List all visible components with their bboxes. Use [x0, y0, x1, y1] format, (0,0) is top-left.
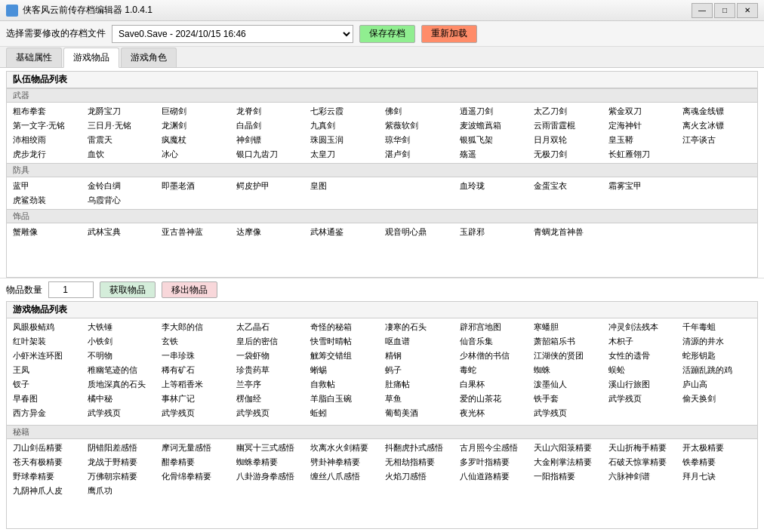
list-item[interactable] [605, 193, 680, 208]
list-item[interactable]: 偷天换剑 [679, 392, 754, 406]
list-item[interactable]: 一阳指精要 [531, 469, 605, 484]
list-item[interactable] [10, 420, 85, 423]
list-item[interactable]: 寒蟠胆 [531, 320, 605, 334]
list-item[interactable]: 爱的山茶花 [457, 392, 531, 406]
list-item[interactable]: 太皇刀 [307, 147, 382, 161]
save-button[interactable]: 保存存档 [359, 25, 415, 43]
list-item[interactable]: 紫金双刀 [605, 104, 680, 118]
list-item[interactable]: 木枳子 [605, 334, 680, 349]
list-item[interactable]: 无极刀剑 [531, 147, 605, 161]
list-item[interactable]: 观音明心鼎 [382, 225, 457, 239]
list-item[interactable]: 即墨老酒 [159, 179, 233, 193]
list-item[interactable]: 缠丝八爪感悟 [307, 469, 382, 484]
list-item[interactable]: 无相劫指精要 [382, 455, 457, 469]
reload-button[interactable]: 重新加载 [421, 25, 477, 43]
save-file-select[interactable]: Save0.Save - 2024/10/15 16:46 [112, 25, 353, 43]
list-item[interactable]: 凄寒的石头 [382, 320, 457, 334]
list-item[interactable]: 蜥蜴 [307, 363, 382, 377]
list-item[interactable]: 雷震天 [85, 133, 159, 147]
list-item[interactable]: 银口九齿刀 [233, 147, 308, 161]
list-item[interactable]: 苍天有极精要 [10, 455, 85, 469]
list-item[interactable]: 坎离水火剑精要 [307, 441, 382, 455]
minimize-button[interactable]: — [692, 3, 713, 18]
list-item[interactable]: 稀有矿石 [159, 363, 233, 377]
list-item[interactable]: 银狐飞架 [457, 133, 531, 147]
list-item[interactable]: 八仙道路精要 [457, 469, 531, 484]
list-item[interactable]: 白果杯 [457, 377, 531, 392]
list-item[interactable]: 虎鲨劲装 [10, 193, 85, 208]
list-item[interactable]: 虎步龙行 [10, 147, 85, 161]
list-item[interactable]: 武学残页 [85, 406, 159, 420]
list-item[interactable]: 古月照今尘感悟 [457, 441, 531, 455]
list-item[interactable]: 大金刚掌法精要 [531, 455, 605, 469]
list-item[interactable]: 庐山高 [679, 377, 754, 392]
list-item[interactable] [233, 193, 308, 208]
list-item[interactable]: 夜光杯 [457, 406, 531, 420]
list-item[interactable] [382, 179, 457, 193]
list-item[interactable]: 疯魔杖 [159, 133, 233, 147]
list-item[interactable]: 湛卢剑 [382, 147, 457, 161]
list-item[interactable]: 达摩像 [233, 225, 308, 239]
list-item[interactable]: 铁手套 [531, 392, 605, 406]
list-item[interactable] [605, 406, 680, 420]
list-item[interactable]: 蜈蚣 [605, 363, 680, 377]
list-item[interactable]: 七彩云霞 [307, 104, 382, 118]
list-item[interactable]: 白晶剑 [233, 118, 308, 133]
list-item[interactable]: 千年毒蛆 [679, 320, 754, 334]
list-item[interactable]: 精钢 [382, 349, 457, 363]
list-item[interactable]: 肚痛帖 [382, 377, 457, 392]
list-item[interactable]: 活蹦乱跳的鸡 [679, 363, 754, 377]
list-item[interactable]: 稚幽笔迹的信 [85, 363, 159, 377]
window-controls[interactable]: — □ ✕ [692, 3, 758, 18]
list-item[interactable] [679, 406, 754, 420]
list-item[interactable]: 泼墨仙人 [531, 377, 605, 392]
list-item[interactable] [679, 179, 754, 193]
get-item-button[interactable]: 获取物品 [100, 281, 156, 298]
list-item[interactable]: 佛剑 [382, 104, 457, 118]
list-item[interactable]: 橘中秘 [85, 392, 159, 406]
list-item[interactable]: 皇后的密信 [233, 334, 308, 349]
list-item[interactable]: 呕血谱 [382, 334, 457, 349]
list-item[interactable]: 定海神针 [605, 118, 680, 133]
list-item[interactable]: 溪山行旅图 [605, 377, 680, 392]
list-item[interactable] [531, 193, 605, 208]
list-item[interactable]: 鹰爪功 [85, 484, 159, 498]
list-item[interactable]: 冲灵剑法残本 [605, 320, 680, 334]
list-item[interactable]: 羊脂白玉碗 [307, 392, 382, 406]
close-button[interactable]: ✕ [737, 3, 758, 18]
list-item[interactable]: 西方异金 [10, 406, 85, 420]
list-item[interactable]: 霜雾宝甲 [605, 179, 680, 193]
list-item[interactable]: 一串珍珠 [159, 349, 233, 363]
list-item[interactable]: 三日月·无铭 [85, 118, 159, 133]
list-item[interactable]: 太乙晶石 [233, 320, 308, 334]
list-item[interactable] [382, 193, 457, 208]
list-item[interactable]: 离火玄冰镖 [679, 118, 754, 133]
list-item[interactable]: 鳄皮护甲 [233, 179, 308, 193]
list-item[interactable]: 幽冥十三式感悟 [233, 441, 308, 455]
list-item[interactable]: 龙渊剑 [159, 118, 233, 133]
list-item[interactable]: 早春图 [10, 392, 85, 406]
list-item[interactable]: 天山六阳箓精要 [531, 441, 605, 455]
list-item[interactable]: 神剑镖 [233, 133, 308, 147]
list-item[interactable]: 第一文字·无铭 [10, 118, 85, 133]
list-item[interactable]: 刀山剑岳精要 [10, 441, 85, 455]
list-item[interactable]: 清源的井水 [679, 334, 754, 349]
list-item[interactable]: 万佛朝宗精要 [85, 469, 159, 484]
maximize-button[interactable]: □ [714, 3, 735, 18]
list-item[interactable]: 武学残页 [605, 392, 680, 406]
list-item[interactable]: 离魂金线镖 [679, 104, 754, 118]
list-item[interactable]: 青蜩龙首神兽 [531, 225, 605, 239]
list-item[interactable] [159, 193, 233, 208]
list-item[interactable]: 沛相绞雨 [10, 133, 85, 147]
list-item[interactable]: 血玲珑 [457, 179, 531, 193]
list-item[interactable]: 阴错阳差感悟 [85, 441, 159, 455]
list-item[interactable]: 红叶架装 [10, 334, 85, 349]
party-items-scroll[interactable]: 武器 粗布拳套龙爵宝刀巨砌剑龙脊剑七彩云霞佛剑逍遥刀剑太乙刀剑紫金双刀离魂金线镖… [7, 88, 757, 277]
list-item[interactable]: 蚂子 [382, 363, 457, 377]
list-item[interactable]: 毒蛇 [457, 363, 531, 377]
list-item[interactable]: 日月双轮 [531, 133, 605, 147]
list-item[interactable]: 葡萄美酒 [382, 406, 457, 420]
list-item[interactable]: 逍遥刀剑 [457, 104, 531, 118]
list-item[interactable]: 劈卦神拳精要 [307, 455, 382, 469]
list-item[interactable]: 火焰刀感悟 [382, 469, 457, 484]
